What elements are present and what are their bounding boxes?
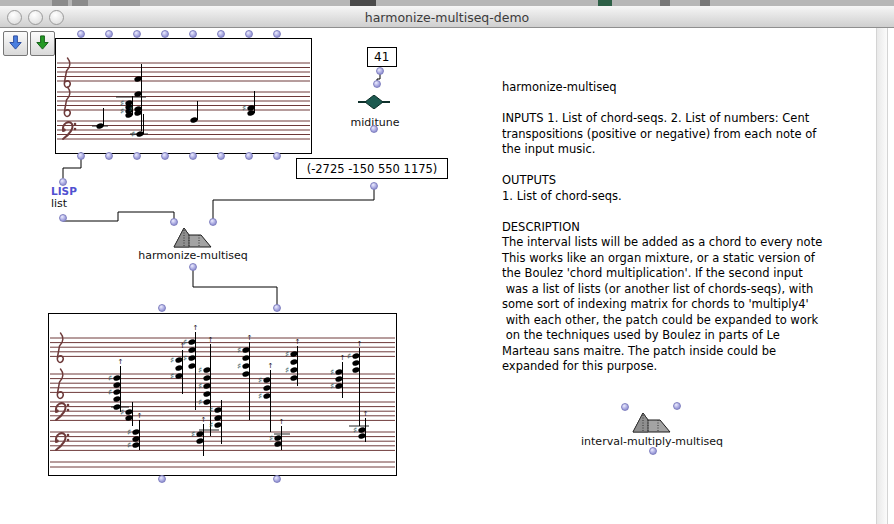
svg-text:↑: ↑ [295,338,301,346]
patch-canvas: ✕ ♯♯♯♯♯ ♯♯↑♯♯♯↑♯♯↑♯♯↑♯♯♯↑♯♯♯↑♯♯↑♯♯↑♯↑♯♯↑… [0,28,894,524]
connection-dot[interactable] [158,304,166,312]
svg-text:↑: ↑ [193,324,199,332]
svg-text:♯: ♯ [127,427,131,437]
connection-dot[interactable] [649,447,657,455]
miditune-icon[interactable] [358,94,390,113]
svg-text:↑: ↑ [340,354,346,362]
svg-text:♯: ♯ [285,349,289,359]
svg-text:♯: ♯ [183,337,187,347]
svg-text:♯: ♯ [209,405,213,415]
svg-text:♯: ♯ [237,345,241,355]
svg-text:↑: ↑ [201,416,207,424]
blue-down-arrow-button[interactable] [3,31,28,56]
green-down-arrow-icon [34,34,51,54]
lisp-label: LISP [51,185,77,197]
patch-wire [213,189,374,219]
svg-text:♯: ♯ [258,375,262,385]
svg-text:♯: ♯ [191,429,195,439]
svg-text:↑: ↑ [279,418,285,426]
connection-dot[interactable] [376,67,384,75]
svg-text:♯: ♯ [198,365,202,375]
blue-down-arrow-icon [7,34,24,54]
patch-wire [377,74,380,84]
staff-notation: ♯♯↑♯♯♯↑♯♯↑♯♯↑♯♯♯↑♯♯♯↑♯♯↑♯♯↑♯↑♯♯↑♯♯↑♯↑♯↑ [49,314,396,475]
svg-text:♯: ♯ [170,371,174,381]
svg-text:♯: ♯ [131,129,135,139]
svg-text:↑: ↑ [363,410,369,418]
interval-multiply-multiseq-icon[interactable] [631,411,673,437]
connection-dot[interactable] [245,30,253,38]
connection-dot[interactable] [59,214,67,222]
interval-list-box[interactable]: (-2725 -150 550 1175) [296,158,448,179]
svg-text:♯: ♯ [242,103,246,113]
svg-text:♯: ♯ [269,433,273,443]
svg-text:↑: ↑ [357,340,363,348]
connection-dot[interactable] [105,30,113,38]
svg-text:↑: ↑ [137,412,143,420]
connection-dot[interactable] [209,218,217,226]
staff-panel-1[interactable]: ♯♯♯♯♯ [55,38,312,154]
connection-dot[interactable] [273,30,281,38]
staff-notation: ♯♯♯♯♯ [56,39,311,153]
patch-wire [63,152,81,178]
connection-dot[interactable] [373,80,381,88]
application-window: harmonize-multiseq-demo ✕ ♯♯♯♯♯ ♯♯↑♯♯♯↑♯… [0,0,894,524]
connection-dot[interactable] [133,30,141,38]
svg-text:♯: ♯ [183,353,187,363]
harmonize-multiseq-label: harmonize-multiseq [138,249,248,262]
svg-text:♯: ♯ [170,355,174,365]
svg-text:♯: ♯ [237,361,241,371]
svg-text:♯: ♯ [353,425,357,435]
connection-dot[interactable] [673,402,681,410]
svg-text:♯: ♯ [120,106,124,116]
svg-text:♯: ♯ [347,351,351,361]
svg-text:♯: ♯ [108,387,112,397]
doc-text: harmonize-multiseq INPUTS 1. List of cho… [502,80,880,375]
connection-dot[interactable] [161,30,169,38]
window-title: harmonize-multiseq-demo [0,10,894,25]
svg-text:♯: ♯ [108,373,112,383]
svg-text:↑: ↑ [247,334,253,342]
svg-text:♯: ♯ [330,381,334,391]
connection-dot[interactable] [77,30,85,38]
svg-text:♯: ♯ [209,420,213,430]
connection-dot[interactable] [370,182,378,190]
connection-dot[interactable] [217,30,225,38]
connection-dot[interactable] [189,263,197,271]
list-label: list [51,197,67,210]
svg-text:♯: ♯ [330,367,334,377]
patch-wire [63,212,174,221]
patch-wire [193,270,277,305]
svg-text:↑: ↑ [268,362,274,370]
svg-text:↑: ↑ [208,336,214,344]
svg-text:♯: ♯ [127,440,131,450]
connection-dot[interactable] [189,30,197,38]
connection-dot[interactable] [273,304,281,312]
vertical-scrollbar[interactable] [876,28,888,524]
svg-text:↑: ↑ [118,358,124,366]
svg-text:♯: ♯ [120,407,124,417]
staff-panel-2[interactable]: ♯♯↑♯♯♯↑♯♯↑♯♯↑♯♯♯↑♯♯♯↑♯♯↑♯♯↑♯↑♯♯↑♯♯↑♯↑♯↑ [48,313,397,476]
number-box[interactable]: 41 [367,47,397,67]
miditune-label: miditune [351,116,400,129]
connection-dot[interactable] [621,403,629,411]
svg-text:♯: ♯ [198,397,202,407]
svg-text:♯: ♯ [129,104,133,114]
svg-text:♯: ♯ [258,391,262,401]
connection-dot[interactable] [170,218,178,226]
title-bar[interactable]: harmonize-multiseq-demo [0,6,894,28]
green-down-arrow-button[interactable] [30,31,55,56]
svg-text:♯: ♯ [198,381,202,391]
svg-text:♯: ♯ [285,365,289,375]
interval-multiply-multiseq-label: interval-multiply-multiseq [581,435,723,448]
